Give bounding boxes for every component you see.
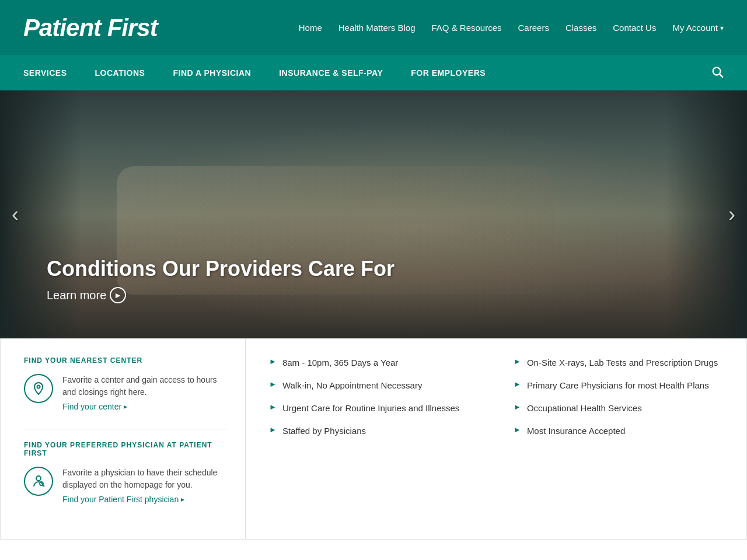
- arrow-icon: ►: [269, 402, 277, 411]
- nav-faq[interactable]: FAQ & Resources: [431, 23, 501, 33]
- right-panel: ► 8am - 10pm, 365 Days a Year ► Walk-in,…: [246, 339, 746, 539]
- nav-classes[interactable]: Classes: [566, 23, 596, 33]
- left-panel: FIND YOUR NEAREST CENTER Favorite a cent…: [1, 339, 246, 539]
- features-left-col: ► 8am - 10pm, 365 Days a Year ► Walk-in,…: [269, 356, 479, 522]
- nav-contact[interactable]: Contact Us: [613, 23, 656, 33]
- feature-urgent-care: ► Urgent Care for Routine Injuries and I…: [269, 402, 479, 414]
- physician-icon: [24, 467, 53, 496]
- sec-nav-services[interactable]: SERVICES: [23, 68, 67, 78]
- nav-blog[interactable]: Health Matters Blog: [338, 23, 416, 33]
- find-physician-link[interactable]: Find your Patient First physician: [62, 495, 228, 504]
- feature-primary-care: ► Primary Care Physicians for most Healt…: [514, 379, 723, 391]
- find-physician-title: FIND YOUR PREFERRED PHYSICIAN AT PATIENT…: [24, 441, 228, 457]
- search-button[interactable]: [711, 65, 724, 81]
- arrow-icon: ►: [269, 357, 277, 366]
- hero-section: ‹ Conditions Our Providers Care For Lear…: [0, 90, 747, 338]
- site-logo: Patient First: [23, 14, 158, 42]
- find-physician-row: Favorite a physician to have their sched…: [24, 467, 228, 504]
- hero-title: Conditions Our Providers Care For: [47, 257, 395, 281]
- svg-line-1: [720, 74, 722, 77]
- hero-learn-more-link[interactable]: Learn more ►: [47, 287, 395, 303]
- arrow-icon: ►: [269, 380, 277, 388]
- top-nav-links: Home Health Matters Blog FAQ & Resources…: [299, 23, 724, 33]
- arrow-icon: ►: [514, 402, 521, 411]
- find-center-link[interactable]: Find your center: [62, 402, 228, 411]
- find-center-row: Favorite a center and gain access to hou…: [24, 374, 228, 411]
- top-navigation: Patient First Home Health Matters Blog F…: [0, 0, 747, 55]
- find-physician-section: FIND YOUR PREFERRED PHYSICIAN AT PATIENT…: [24, 441, 228, 504]
- svg-point-3: [36, 476, 41, 481]
- nav-my-account[interactable]: My Account ▾: [672, 23, 724, 33]
- arrow-icon: ►: [514, 357, 521, 366]
- sec-nav-employers[interactable]: FOR EMPLOYERS: [411, 68, 486, 78]
- content-section: FIND YOUR NEAREST CENTER Favorite a cent…: [0, 338, 747, 540]
- nav-home[interactable]: Home: [299, 23, 322, 33]
- feature-physicians: ► Staffed by Physicians: [269, 425, 479, 437]
- svg-point-2: [37, 386, 40, 388]
- sec-nav-insurance[interactable]: INSURANCE & SELF-PAY: [279, 68, 383, 78]
- sec-nav-locations[interactable]: LOCATIONS: [95, 68, 145, 78]
- find-center-section: FIND YOUR NEAREST CENTER Favorite a cent…: [24, 356, 228, 411]
- dropdown-caret-icon: ▾: [720, 24, 724, 32]
- search-icon: [711, 65, 724, 78]
- sec-nav-links: SERVICES LOCATIONS FIND A PHYSICIAN INSU…: [23, 68, 486, 78]
- arrow-icon: ►: [514, 425, 521, 434]
- location-pin-icon: [24, 374, 53, 403]
- hero-prev-button[interactable]: ‹: [12, 202, 19, 227]
- hero-next-button[interactable]: ›: [728, 202, 735, 227]
- nav-careers[interactable]: Careers: [518, 23, 549, 33]
- divider: [24, 429, 228, 429]
- secondary-navigation: SERVICES LOCATIONS FIND A PHYSICIAN INSU…: [0, 55, 747, 90]
- find-physician-text: Favorite a physician to have their sched…: [62, 467, 228, 504]
- feature-insurance: ► Most Insurance Accepted: [514, 425, 723, 437]
- arrow-circle-icon: ►: [110, 287, 126, 303]
- hero-overlay: Conditions Our Providers Care For Learn …: [47, 257, 395, 303]
- arrow-icon: ►: [514, 380, 521, 388]
- features-right-col: ► On-Site X-rays, Lab Tests and Prescrip…: [514, 356, 723, 522]
- arrow-icon: ►: [269, 425, 277, 434]
- feature-walkin: ► Walk-in, No Appointment Necessary: [269, 379, 479, 391]
- sec-nav-find-physician[interactable]: FIND A PHYSICIAN: [173, 68, 251, 78]
- find-center-title: FIND YOUR NEAREST CENTER: [24, 356, 228, 365]
- find-center-text: Favorite a center and gain access to hou…: [62, 374, 228, 411]
- feature-xray: ► On-Site X-rays, Lab Tests and Prescrip…: [514, 356, 723, 369]
- feature-occupational: ► Occupational Health Services: [514, 402, 723, 414]
- feature-hours: ► 8am - 10pm, 365 Days a Year: [269, 356, 479, 369]
